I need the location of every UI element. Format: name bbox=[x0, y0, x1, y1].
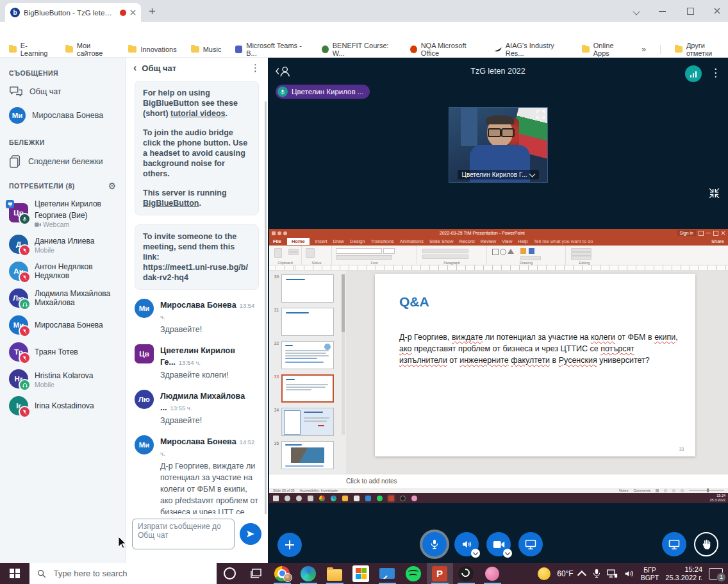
tab-close-icon[interactable] bbox=[130, 10, 136, 15]
accessibility-status[interactable]: Accessibility: Investigate bbox=[300, 488, 338, 492]
chat-back-button[interactable]: ‹Общ чат bbox=[133, 62, 176, 74]
chat-message-input[interactable] bbox=[132, 519, 235, 549]
webcam-options-badge[interactable] bbox=[503, 549, 512, 558]
connection-status-button[interactable] bbox=[685, 65, 702, 82]
new-slide-icon[interactable] bbox=[306, 248, 315, 258]
shape-fill-icon[interactable] bbox=[520, 248, 526, 254]
ppt-sign-in-button[interactable]: Sign in bbox=[677, 230, 696, 236]
actions-plus-button[interactable] bbox=[277, 533, 302, 557]
sidebar-item-public-chat[interactable]: Общ чат bbox=[5, 82, 120, 101]
user-row[interactable]: Цв Цветелин Кирилов Георгиев (Вие) Webca… bbox=[0, 195, 125, 231]
new-tab-button[interactable] bbox=[149, 8, 156, 15]
ppt-tab-design[interactable]: Design bbox=[350, 238, 365, 244]
view-normal-icon[interactable] bbox=[656, 489, 659, 492]
ppt-tab-slideshow[interactable]: Slide Show bbox=[429, 238, 454, 244]
language-indicator[interactable]: БГРBGPT bbox=[641, 566, 659, 581]
user-row[interactable]: Д Даниела Илиева Mobile bbox=[0, 231, 125, 258]
scrollbar-thumb[interactable] bbox=[342, 274, 345, 332]
user-row[interactable]: Ir Irina Kostadinova bbox=[0, 392, 125, 419]
user-row[interactable]: Тр Траян Тотев bbox=[0, 338, 125, 365]
font-style-buttons[interactable] bbox=[336, 255, 392, 260]
minimize-presentation-icon[interactable] bbox=[709, 188, 720, 198]
bookmark-music[interactable]: Music bbox=[191, 46, 222, 53]
bookmarks-overflow-chevrons[interactable]: » bbox=[641, 44, 646, 54]
mute-button[interactable] bbox=[422, 532, 447, 556]
ppt-slide-area[interactable]: Q&A Д-р Георгиев, виждате ли потенциал з… bbox=[346, 271, 728, 474]
screenshare-button[interactable] bbox=[518, 532, 543, 556]
chat-scrollbar[interactable] bbox=[265, 101, 267, 514]
user-row[interactable]: Hr Hristina Kolarova Mobile bbox=[0, 365, 125, 392]
ppt-close-button[interactable] bbox=[721, 231, 725, 235]
ppt-restore-button[interactable] bbox=[713, 231, 718, 236]
bookmark-benefit[interactable]: BENEFIT Course: W... bbox=[322, 42, 396, 57]
ppt-tell-me[interactable]: Tell me what you want to do bbox=[534, 238, 593, 244]
taskbar-mail[interactable] bbox=[374, 563, 401, 584]
bookmark-aiag[interactable]: AIAG's Industry Res... bbox=[494, 42, 568, 57]
shape-triangle-icon[interactable] bbox=[508, 249, 514, 254]
ppt-tab-view[interactable]: View bbox=[502, 238, 512, 244]
invite-link[interactable]: https://meet1.uni-ruse.bg/b/dak-rv2-hq4 bbox=[143, 263, 248, 282]
bookmark-teams[interactable]: Microsoft Teams - B... bbox=[235, 42, 308, 57]
taskbar-powerpoint[interactable]: P bbox=[427, 563, 453, 584]
taskbar-spotify[interactable] bbox=[401, 563, 427, 584]
ppt-thumbnail-panel[interactable]: 30 31 32 bbox=[269, 271, 346, 474]
font-size-box[interactable] bbox=[383, 248, 395, 254]
taskbar-clock[interactable]: 15:2425.3.2022 г. bbox=[665, 565, 702, 582]
notification-center-icon[interactable]: 1 bbox=[709, 568, 723, 580]
shape-outline-icon[interactable] bbox=[529, 248, 534, 254]
ppt-tab-help[interactable]: Help bbox=[518, 238, 527, 244]
thumbnail-scrollbar[interactable] bbox=[342, 274, 345, 435]
tray-expand-chevron-icon[interactable] bbox=[577, 571, 586, 580]
sidebar-item-shared-notes[interactable]: Споделени бележки bbox=[5, 151, 120, 172]
list-buttons[interactable] bbox=[422, 254, 468, 259]
taskbar-search-input[interactable] bbox=[53, 568, 183, 579]
bookmark-online-apps[interactable]: Online Apps bbox=[582, 42, 627, 57]
slide-thumbnail-selected[interactable]: 33 bbox=[273, 374, 340, 403]
weather-sun-icon[interactable] bbox=[538, 567, 550, 580]
window-chevron-icon[interactable] bbox=[633, 8, 640, 15]
window-minimize-button[interactable] bbox=[659, 11, 666, 12]
manage-users-gear-icon[interactable]: ⚙ bbox=[108, 181, 116, 191]
sidebar-item-private-chat[interactable]: Ми Мирослава Бонева bbox=[5, 104, 120, 127]
taskbar-chrome[interactable] bbox=[269, 563, 295, 584]
cortana-button[interactable] bbox=[217, 563, 243, 584]
font-name-box[interactable] bbox=[336, 248, 382, 254]
audio-options-badge[interactable] bbox=[471, 549, 480, 558]
window-close-button[interactable] bbox=[714, 8, 720, 14]
user-row[interactable]: Лю Людмила Михайлова Михайлова bbox=[0, 285, 125, 312]
taskbar-search-box[interactable] bbox=[29, 563, 217, 584]
chat-options-kebab-icon[interactable]: ⋮ bbox=[251, 62, 260, 74]
send-message-button[interactable] bbox=[240, 523, 261, 545]
zoom-slider[interactable] bbox=[689, 490, 724, 491]
webcam-fullscreen-icon[interactable] bbox=[536, 110, 545, 119]
start-button[interactable] bbox=[10, 569, 20, 579]
shape-rect-icon[interactable] bbox=[492, 249, 499, 255]
paste-icon[interactable] bbox=[274, 248, 282, 258]
raise-hand-button[interactable] bbox=[694, 532, 718, 556]
browser-tab[interactable]: b BigBlueButton - TzG leten 20 bbox=[5, 3, 141, 22]
ppt-share-button[interactable]: Share bbox=[711, 238, 724, 244]
slide-thumbnail[interactable]: 30 bbox=[273, 274, 340, 303]
options-kebab-icon[interactable]: ⋮ bbox=[710, 66, 721, 79]
audio-button[interactable] bbox=[454, 532, 479, 556]
select-button[interactable] bbox=[571, 256, 592, 260]
chat-message-list[interactable]: For help on using BigBlueButton see thes… bbox=[126, 78, 268, 514]
view-reading-icon[interactable] bbox=[672, 489, 675, 492]
bookmark-e-learning[interactable]: E-Learning bbox=[9, 42, 51, 57]
tray-volume-icon[interactable] bbox=[624, 569, 634, 578]
window-maximize-button[interactable] bbox=[687, 8, 694, 15]
copy-icon[interactable] bbox=[288, 252, 299, 255]
ppt-tab-transitions[interactable]: Transitions bbox=[370, 238, 393, 244]
taskbar-snip[interactable] bbox=[479, 563, 506, 584]
taskbar-obs[interactable] bbox=[453, 563, 479, 584]
ppt-ribbon-options-icon[interactable] bbox=[699, 231, 704, 236]
webcam-name-label[interactable]: Цветелин Кирилов Г... bbox=[458, 170, 540, 179]
taskbar-file-explorer[interactable] bbox=[322, 563, 348, 584]
shape-ellipse-icon[interactable] bbox=[500, 249, 506, 255]
slide-thumbnail[interactable]: 35 bbox=[273, 441, 340, 469]
ppt-tab-draw[interactable]: Draw bbox=[333, 238, 345, 244]
bookmark-moi-saitove[interactable]: Мои сайтове bbox=[65, 42, 114, 57]
ppt-tab-insert[interactable]: Insert bbox=[315, 238, 327, 244]
view-slideshow-icon[interactable] bbox=[681, 489, 684, 492]
tutorial-videos-link[interactable]: tutorial videos bbox=[170, 109, 225, 118]
